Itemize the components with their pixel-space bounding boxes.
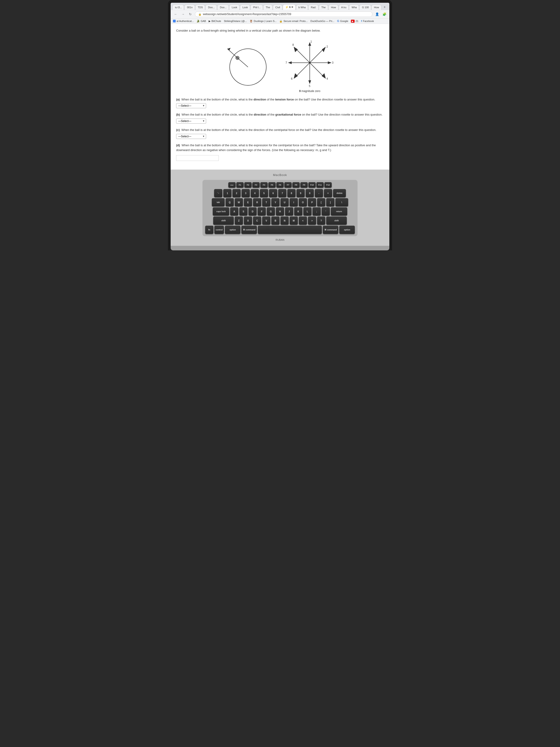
tab-how2[interactable]: How — [372, 5, 381, 10]
bookmark-facebook[interactable]: f Facebook — [361, 20, 374, 22]
bookmark-21[interactable]: ▶ 21 — [351, 20, 358, 23]
tab-iut3[interactable]: iu t3... — [172, 5, 184, 10]
key-n[interactable]: N — [281, 216, 289, 225]
part-a-select[interactable]: —Select— 1 2 3 4 5 6 7 8 9 (magnitude ze… — [176, 103, 206, 108]
forward-button[interactable]: → — [180, 11, 186, 17]
key-j[interactable]: J — [285, 207, 293, 215]
key-slash[interactable]: ? — [317, 216, 325, 225]
tab-wha2[interactable]: Wha — [349, 5, 359, 10]
part-c-select[interactable]: —Select— 1 2 3 4 5 6 7 8 9 (magnitude ze… — [176, 134, 206, 139]
key-comma[interactable]: < — [299, 216, 307, 225]
tab-atru[interactable]: A tru — [339, 5, 349, 10]
key-a[interactable]: A — [230, 207, 238, 215]
key-control[interactable]: control — [214, 226, 224, 234]
key-delete[interactable]: delete — [333, 189, 346, 197]
key-semicolon[interactable]: ; — [313, 207, 321, 215]
key-backslash[interactable]: \ — [336, 198, 348, 206]
bookmark-striking[interactable]: StrikingDistanc (@... — [224, 20, 247, 22]
key-caps[interactable]: caps lock — [213, 207, 229, 215]
key-tab[interactable]: tab — [212, 198, 224, 206]
key-h[interactable]: H — [276, 207, 284, 215]
tab-doo1[interactable]: Doo... — [206, 5, 217, 10]
key-v[interactable]: V — [262, 216, 270, 225]
part-b-select[interactable]: —Select— 1 2 3 4 5 6 7 8 9 (magnitude ze… — [176, 119, 206, 124]
key-l[interactable]: L — [303, 207, 312, 215]
key-bracket-close[interactable]: ] — [326, 198, 335, 206]
key-b[interactable]: B — [271, 216, 279, 225]
tab-rad[interactable]: Rad: — [309, 5, 318, 10]
key-esc[interactable]: esc — [228, 182, 236, 188]
key-6[interactable]: 6 — [269, 189, 277, 197]
tab-look2[interactable]: Look — [240, 5, 250, 10]
tab-the2[interactable]: The — [319, 5, 328, 10]
key-f9[interactable]: F9 — [300, 182, 308, 188]
key-q[interactable]: Q — [225, 198, 234, 206]
key-w[interactable]: W — [235, 198, 243, 206]
key-minus[interactable]: - — [315, 189, 323, 197]
key-x[interactable]: X — [244, 216, 252, 225]
part-d-input[interactable] — [176, 155, 219, 161]
refresh-button[interactable]: ↻ — [188, 11, 193, 17]
key-k[interactable]: K — [294, 207, 302, 215]
key-p[interactable]: P — [308, 198, 316, 206]
key-5[interactable]: 5 — [260, 189, 268, 197]
profile-button[interactable]: 👤 — [374, 11, 380, 17]
key-f5[interactable]: F5 — [268, 182, 276, 188]
key-1[interactable]: 1 — [223, 189, 232, 197]
bookmark-ddg[interactable]: DuckDuckGo — Pri... — [311, 20, 335, 22]
tab-phil[interactable]: Phil l... — [250, 5, 263, 10]
key-f12[interactable]: F12 — [324, 182, 332, 188]
bookmark-duolingo[interactable]: 🦉 Duolingo | Learn S... — [249, 20, 276, 23]
key-quote[interactable]: ' — [322, 207, 330, 215]
key-f11[interactable]: F11 — [316, 182, 324, 188]
key-c[interactable]: C — [253, 216, 261, 225]
key-7[interactable]: 7 — [278, 189, 286, 197]
key-f3[interactable]: F3 — [252, 182, 260, 188]
key-e[interactable]: E — [244, 198, 252, 206]
url-field[interactable]: 🔒 webassign.net/web/Student/Assignment-R… — [195, 11, 372, 17]
key-equals[interactable]: = — [324, 189, 332, 197]
extensions-button[interactable]: 🧩 — [381, 11, 387, 17]
key-shift-right[interactable]: shift — [326, 216, 347, 225]
key-f1[interactable]: F1 — [236, 182, 244, 188]
bookmark-bitchute[interactable]: ▶ BitChute — [209, 20, 221, 23]
key-d[interactable]: D — [248, 207, 257, 215]
new-tab-button[interactable]: + — [382, 4, 388, 10]
key-command-right[interactable]: ⌘ command — [323, 226, 338, 234]
key-f4[interactable]: F4 — [260, 182, 268, 188]
tab-active[interactable]: ⚡ 6 ✕ — [283, 4, 295, 10]
key-m[interactable]: M — [290, 216, 298, 225]
key-t[interactable]: T — [262, 198, 270, 206]
bookmark-google[interactable]: G Google — [337, 20, 348, 23]
tab-tds[interactable]: TDS — [195, 5, 205, 10]
key-0[interactable]: 0 — [305, 189, 314, 197]
tab-look1[interactable]: Look — [229, 5, 240, 10]
key-y[interactable]: Y — [271, 198, 279, 206]
bookmark-gab[interactable]: 🐊 GAB — [196, 20, 206, 23]
tab-g100[interactable]: G 100 — [359, 5, 371, 10]
key-option-left[interactable]: option — [225, 226, 240, 234]
tab-how1[interactable]: How — [328, 5, 338, 10]
key-f7[interactable]: F7 — [284, 182, 292, 188]
key-f10[interactable]: F10 — [309, 182, 316, 188]
back-button[interactable]: ← — [173, 11, 179, 17]
key-3[interactable]: 3 — [242, 189, 250, 197]
bookmark-authenticat[interactable]: al Authenticat... — [173, 20, 194, 22]
tab-the[interactable]: The — [263, 5, 272, 10]
key-shift-left[interactable]: shift — [213, 216, 234, 225]
key-f6[interactable]: F6 — [276, 182, 284, 188]
key-g[interactable]: G — [267, 207, 275, 215]
tab-001n[interactable]: 001n — [184, 5, 195, 10]
key-option-right[interactable]: option — [339, 226, 355, 234]
key-r[interactable]: R — [253, 198, 261, 206]
key-9[interactable]: 9 — [296, 189, 305, 197]
key-backtick[interactable]: `~ — [214, 189, 222, 197]
key-fn[interactable]: fn — [205, 226, 213, 234]
key-o[interactable]: O — [299, 198, 307, 206]
key-f2[interactable]: F2 — [244, 182, 251, 188]
key-s[interactable]: S — [239, 207, 247, 215]
key-i[interactable]: I — [290, 198, 298, 206]
key-2[interactable]: 2 — [233, 189, 241, 197]
key-8[interactable]: 8 — [287, 189, 296, 197]
tab-doo2[interactable]: Doo... — [217, 5, 229, 10]
